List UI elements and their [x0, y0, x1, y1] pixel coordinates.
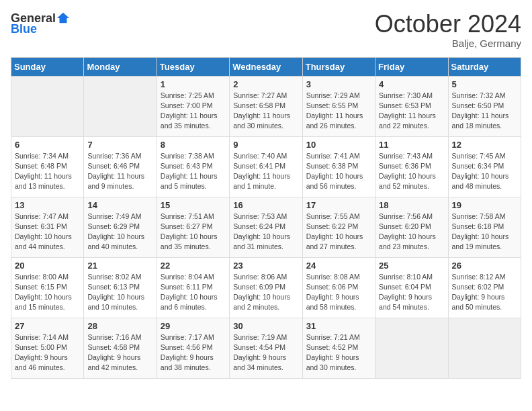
calendar-cell: 12Sunrise: 7:45 AMSunset: 6:34 PMDayligh…: [448, 136, 521, 197]
calendar-cell: 28Sunrise: 7:16 AMSunset: 4:58 PMDayligh…: [84, 318, 157, 378]
day-detail: Sunrise: 7:38 AMSunset: 6:43 PMDaylight:…: [161, 151, 226, 192]
day-detail: Sunrise: 7:27 AMSunset: 6:58 PMDaylight:…: [233, 91, 298, 132]
calendar-cell: [84, 76, 157, 136]
month-title: October 2024: [375, 11, 521, 38]
calendar-cell: 2Sunrise: 7:27 AMSunset: 6:58 PMDaylight…: [230, 76, 302, 136]
calendar-cell: 1Sunrise: 7:25 AMSunset: 7:00 PMDaylight…: [157, 76, 229, 136]
day-number: 17: [306, 200, 371, 210]
calendar-cell: 27Sunrise: 7:14 AMSunset: 5:00 PMDayligh…: [11, 318, 84, 378]
calendar-cell: 21Sunrise: 8:02 AMSunset: 6:13 PMDayligh…: [84, 257, 157, 318]
calendar-week-row: 6Sunrise: 7:34 AMSunset: 6:48 PMDaylight…: [11, 136, 521, 197]
day-detail: Sunrise: 7:32 AMSunset: 6:50 PMDaylight:…: [452, 91, 517, 132]
day-number: 4: [379, 79, 444, 89]
day-number: 18: [379, 200, 444, 210]
day-number: 26: [452, 261, 517, 271]
calendar-cell: 15Sunrise: 7:51 AMSunset: 6:27 PMDayligh…: [157, 197, 229, 257]
weekday-header-thursday: Thursday: [302, 57, 375, 76]
day-number: 6: [15, 140, 80, 150]
calendar-cell: 31Sunrise: 7:21 AMSunset: 4:52 PMDayligh…: [302, 318, 375, 378]
day-detail: Sunrise: 8:04 AMSunset: 6:11 PMDaylight:…: [161, 272, 226, 313]
title-block: October 2024 Balje, Germany: [375, 11, 521, 49]
logo-icon: [56, 11, 71, 26]
day-detail: Sunrise: 7:16 AMSunset: 4:58 PMDaylight:…: [87, 332, 152, 373]
day-number: 8: [161, 140, 226, 150]
day-detail: Sunrise: 7:19 AMSunset: 4:54 PMDaylight:…: [233, 332, 298, 373]
day-number: 10: [306, 140, 371, 150]
day-number: 29: [161, 321, 226, 331]
day-number: 14: [87, 200, 152, 210]
weekday-header-monday: Monday: [84, 57, 157, 76]
day-detail: Sunrise: 7:45 AMSunset: 6:34 PMDaylight:…: [452, 151, 517, 192]
calendar-cell: [448, 318, 521, 378]
calendar-cell: 7Sunrise: 7:36 AMSunset: 6:46 PMDaylight…: [84, 136, 157, 197]
day-detail: Sunrise: 7:41 AMSunset: 6:38 PMDaylight:…: [306, 151, 371, 192]
day-detail: Sunrise: 7:17 AMSunset: 4:56 PMDaylight:…: [161, 332, 226, 373]
day-number: 2: [233, 79, 298, 89]
day-detail: Sunrise: 7:25 AMSunset: 7:00 PMDaylight:…: [161, 91, 226, 132]
calendar-cell: 9Sunrise: 7:40 AMSunset: 6:41 PMDaylight…: [230, 136, 302, 197]
day-detail: Sunrise: 7:34 AMSunset: 6:48 PMDaylight:…: [15, 151, 80, 192]
day-detail: Sunrise: 7:29 AMSunset: 6:55 PMDaylight:…: [306, 91, 371, 132]
day-detail: Sunrise: 7:40 AMSunset: 6:41 PMDaylight:…: [233, 151, 298, 192]
day-number: 15: [161, 200, 226, 210]
calendar-cell: 13Sunrise: 7:47 AMSunset: 6:31 PMDayligh…: [11, 197, 84, 257]
day-detail: Sunrise: 7:47 AMSunset: 6:31 PMDaylight:…: [15, 212, 80, 253]
day-detail: Sunrise: 7:14 AMSunset: 5:00 PMDaylight:…: [15, 332, 80, 373]
calendar-cell: 6Sunrise: 7:34 AMSunset: 6:48 PMDaylight…: [11, 136, 84, 197]
day-detail: Sunrise: 7:55 AMSunset: 6:22 PMDaylight:…: [306, 212, 371, 253]
weekday-header-saturday: Saturday: [448, 57, 521, 76]
weekday-header-row: SundayMondayTuesdayWednesdayThursdayFrid…: [11, 57, 521, 76]
location-text: Balje, Germany: [375, 38, 521, 49]
calendar-cell: 24Sunrise: 8:08 AMSunset: 6:06 PMDayligh…: [302, 257, 375, 318]
day-detail: Sunrise: 7:56 AMSunset: 6:20 PMDaylight:…: [379, 212, 444, 253]
day-number: 12: [452, 140, 517, 150]
calendar-cell: 14Sunrise: 7:49 AMSunset: 6:29 PMDayligh…: [84, 197, 157, 257]
calendar-week-row: 27Sunrise: 7:14 AMSunset: 5:00 PMDayligh…: [11, 318, 521, 378]
day-detail: Sunrise: 8:06 AMSunset: 6:09 PMDaylight:…: [233, 272, 298, 313]
day-detail: Sunrise: 8:08 AMSunset: 6:06 PMDaylight:…: [306, 272, 371, 313]
day-detail: Sunrise: 7:49 AMSunset: 6:29 PMDaylight:…: [87, 212, 152, 253]
calendar-week-row: 20Sunrise: 8:00 AMSunset: 6:15 PMDayligh…: [11, 257, 521, 318]
calendar-cell: 23Sunrise: 8:06 AMSunset: 6:09 PMDayligh…: [230, 257, 302, 318]
day-number: 25: [379, 261, 444, 271]
day-number: 30: [233, 321, 298, 331]
day-detail: Sunrise: 8:10 AMSunset: 6:04 PMDaylight:…: [379, 272, 444, 313]
day-number: 19: [452, 200, 517, 210]
weekday-header-wednesday: Wednesday: [230, 57, 302, 76]
calendar-week-row: 13Sunrise: 7:47 AMSunset: 6:31 PMDayligh…: [11, 197, 521, 257]
calendar-cell: 11Sunrise: 7:43 AMSunset: 6:36 PMDayligh…: [375, 136, 448, 197]
calendar-cell: 8Sunrise: 7:38 AMSunset: 6:43 PMDaylight…: [157, 136, 229, 197]
calendar-cell: 19Sunrise: 7:58 AMSunset: 6:18 PMDayligh…: [448, 197, 521, 257]
day-detail: Sunrise: 7:36 AMSunset: 6:46 PMDaylight:…: [87, 151, 152, 192]
calendar-cell: 10Sunrise: 7:41 AMSunset: 6:38 PMDayligh…: [302, 136, 375, 197]
logo: General Blue: [11, 11, 71, 35]
calendar-cell: 5Sunrise: 7:32 AMSunset: 6:50 PMDaylight…: [448, 76, 521, 136]
day-number: 20: [15, 261, 80, 271]
calendar-table: SundayMondayTuesdayWednesdayThursdayFrid…: [11, 57, 521, 379]
day-number: 5: [452, 79, 517, 89]
calendar-cell: 25Sunrise: 8:10 AMSunset: 6:04 PMDayligh…: [375, 257, 448, 318]
day-detail: Sunrise: 7:21 AMSunset: 4:52 PMDaylight:…: [306, 332, 371, 373]
calendar-cell: 16Sunrise: 7:53 AMSunset: 6:24 PMDayligh…: [230, 197, 302, 257]
day-number: 28: [87, 321, 152, 331]
day-detail: Sunrise: 7:30 AMSunset: 6:53 PMDaylight:…: [379, 91, 444, 132]
calendar-cell: 18Sunrise: 7:56 AMSunset: 6:20 PMDayligh…: [375, 197, 448, 257]
weekday-header-tuesday: Tuesday: [157, 57, 229, 76]
day-number: 11: [379, 140, 444, 150]
day-detail: Sunrise: 8:02 AMSunset: 6:13 PMDaylight:…: [87, 272, 152, 313]
calendar-cell: 3Sunrise: 7:29 AMSunset: 6:55 PMDaylight…: [302, 76, 375, 136]
calendar-cell: 20Sunrise: 8:00 AMSunset: 6:15 PMDayligh…: [11, 257, 84, 318]
day-number: 13: [15, 200, 80, 210]
day-number: 3: [306, 79, 371, 89]
day-number: 7: [87, 140, 152, 150]
calendar-cell: 29Sunrise: 7:17 AMSunset: 4:56 PMDayligh…: [157, 318, 229, 378]
day-number: 27: [15, 321, 80, 331]
calendar-cell: 26Sunrise: 8:12 AMSunset: 6:02 PMDayligh…: [448, 257, 521, 318]
day-detail: Sunrise: 8:00 AMSunset: 6:15 PMDaylight:…: [15, 272, 80, 313]
day-number: 1: [161, 79, 226, 89]
calendar-cell: [375, 318, 448, 378]
calendar-week-row: 1Sunrise: 7:25 AMSunset: 7:00 PMDaylight…: [11, 76, 521, 136]
day-number: 16: [233, 200, 298, 210]
day-number: 21: [87, 261, 152, 271]
day-detail: Sunrise: 7:51 AMSunset: 6:27 PMDaylight:…: [161, 212, 226, 253]
